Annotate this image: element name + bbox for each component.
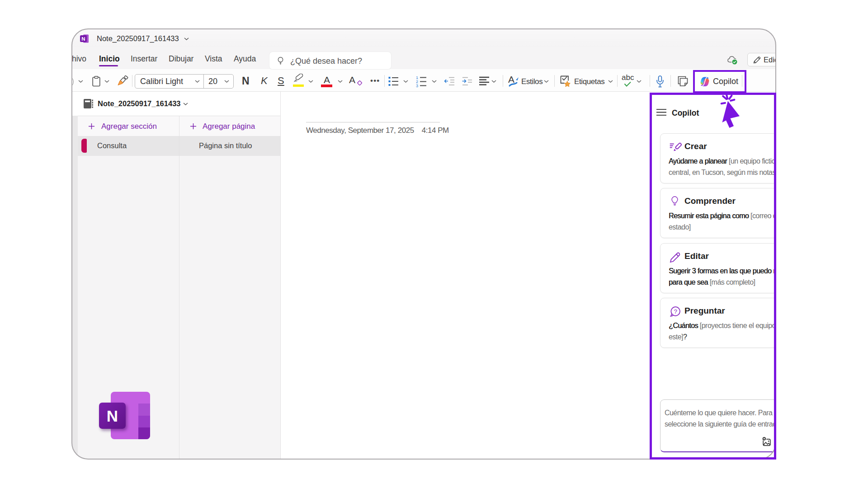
svg-text:A: A [508, 75, 514, 84]
svg-text:3: 3 [416, 84, 418, 87]
svg-text:N: N [81, 36, 85, 42]
